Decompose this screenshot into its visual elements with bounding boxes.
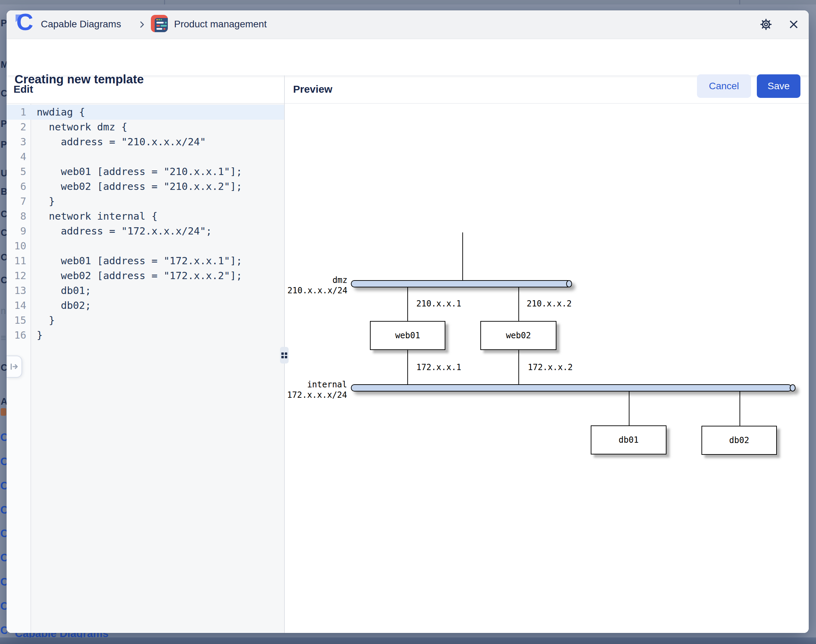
code-line: 13 db01; [6,283,284,298]
node-box-db01: db01 [591,425,667,454]
cancel-button[interactable]: Cancel [697,74,751,98]
chevron-right-icon [137,19,146,30]
network-address-label: 210.x.x.x/24 [285,287,347,295]
diagram-preview: dmz 210.x.x.x/24 210.x.x.1 210.x.x.2 web… [285,104,809,633]
background-logo-fragment: C [0,527,7,540]
line-number: 8 [6,209,26,224]
code-line: 9 address = "172.x.x.x/24"; [6,224,284,239]
code-editor[interactable]: 1nwdiag {2 network dmz {3 address = "210… [6,104,284,633]
background-fragment: O [1,252,7,263]
dialog-header: C Capable Diagrams Product management [6,11,809,39]
background-fragment: Ca [1,209,7,219]
code-line: 6 web02 [address = "210.x.x.2"]; [6,179,284,194]
network-address-label: 172.x.x.x/24 [285,391,347,399]
background-logo-fragment: C [0,552,7,564]
connector-line [518,287,519,321]
line-number: 13 [6,283,26,298]
line-text: web01 [address = "210.x.x.1"]; [26,164,242,179]
background-fragment: Pr [1,140,7,150]
line-text: db01; [26,283,91,298]
editor-lines: 1nwdiag {2 network dmz {3 address = "210… [6,105,284,343]
code-line: 15 } [6,313,284,328]
code-line: 1nwdiag { [6,105,284,120]
background-logo-fragment: C [0,455,7,468]
code-line: 4 [6,149,284,164]
background-fragment: M [1,60,7,70]
line-text: address = "172.x.x.x/24"; [26,224,212,239]
line-text: } [26,328,43,343]
background-fragment: Ca [1,228,7,238]
line-number: 15 [6,313,26,328]
node-box-db02: db02 [701,426,777,455]
network-bar-dmz [351,280,575,287]
ip-label: 210.x.x.2 [527,299,572,308]
code-line: 3 address = "210.x.x.x/24" [6,135,284,149]
panel-resize-handle[interactable] [280,347,289,363]
line-text: web02 [address = "172.x.x.2"]; [26,268,242,283]
line-number: 9 [6,224,26,239]
background-column-divider [164,0,165,5]
background-top-band [0,0,816,5]
network-diagram: dmz 210.x.x.x/24 210.x.x.1 210.x.x.2 web… [285,104,809,633]
settings-gear-icon[interactable] [759,18,772,31]
line-number: 6 [6,179,26,194]
line-text: address = "210.x.x.x/24" [26,135,206,149]
preview-panel-label: Preview [293,83,332,95]
collapse-panel-button[interactable] [6,356,22,378]
code-line: 14 db02; [6,298,284,313]
code-line: 11 web01 [address = "172.x.x.1"]; [6,253,284,268]
background-logo-fragment: C [0,431,7,444]
line-number: 14 [6,298,26,313]
background-column-divider [739,0,740,5]
template-editor-dialog: C Capable Diagrams Product management [6,11,809,633]
network-name-label: dmz [285,276,347,284]
background-logo-fragment: C [0,504,7,517]
connector-line [739,391,740,426]
ip-label: 210.x.x.1 [416,299,461,308]
background-fragment [1,408,6,416]
code-line: 16} [6,328,284,343]
line-number: 4 [6,149,26,164]
code-line: 2 network dmz { [6,120,284,135]
line-number: 3 [6,135,26,149]
close-icon[interactable] [787,18,800,31]
breadcrumb-page-name[interactable]: Product management [174,19,267,30]
network-name-label: internal [285,380,347,389]
line-number: 16 [6,328,26,343]
code-line: 12 web02 [address = "172.x.x.2"]; [6,268,284,283]
line-text: network internal { [26,209,157,224]
breadcrumb-app-name[interactable]: Capable Diagrams [41,19,121,30]
page-title: Creating new template [15,72,144,86]
line-text: } [26,313,55,328]
background-logo-fragment: C [0,480,7,492]
save-button[interactable]: Save [757,74,801,98]
code-line: 10 [6,239,284,253]
background-fragment: n [1,306,7,316]
header-actions [759,18,800,31]
trunk-line [463,232,463,281]
line-number: 10 [6,239,26,253]
connector-line [629,391,630,425]
line-text [26,239,37,253]
line-text [26,149,37,164]
connector-line [407,287,408,321]
line-text: db02; [26,298,91,313]
background-fragment: ≡ [1,333,7,343]
background-fragment: By [1,186,7,197]
line-text: web01 [address = "172.x.x.1"]; [26,253,242,268]
background-fragment: Pr [1,18,7,29]
background-fragment: Ul [1,168,7,179]
line-text: network dmz { [26,120,128,135]
background-fragment: Cl [1,275,7,286]
line-number: 7 [6,194,26,209]
ip-label: 172.x.x.2 [528,363,573,371]
network-bar-internal [351,384,796,391]
code-line: 7 } [6,194,284,209]
line-number: 11 [6,253,26,268]
connector-line [518,350,519,385]
line-number: 12 [6,268,26,283]
code-line: 8 network internal { [6,209,284,224]
line-number: 5 [6,164,26,179]
line-number: 1 [6,105,26,120]
background-left-strip: PrMClPrPrUlByCaCaOCln≡CrAPCCCCCCCCC [0,0,7,644]
